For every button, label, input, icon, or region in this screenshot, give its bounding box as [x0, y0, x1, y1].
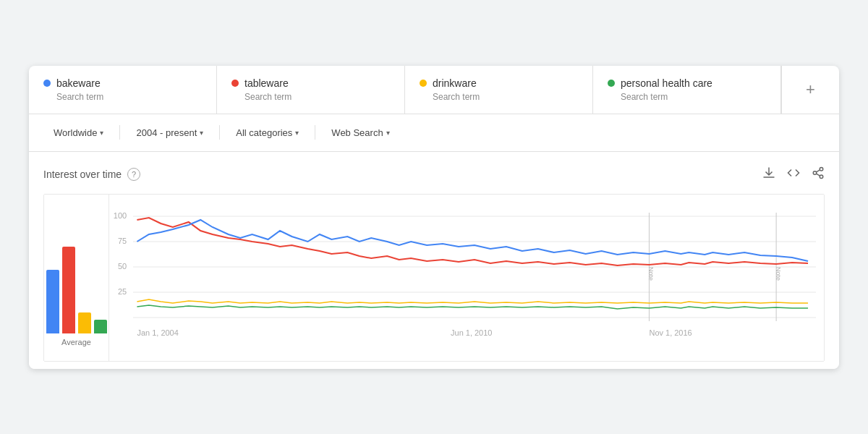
location-label: Worldwide — [54, 127, 97, 138]
search-type-chevron-icon: ▾ — [386, 129, 390, 137]
bakeware-label: bakeware — [56, 77, 101, 89]
note-label-2: Note — [775, 267, 783, 281]
help-icon[interactable]: ? — [127, 168, 140, 181]
search-type-label: Web Search — [331, 127, 383, 138]
bar-health — [94, 320, 107, 333]
tableware-dot — [231, 80, 239, 87]
main-container: bakeware Search term tableware Search te… — [29, 66, 839, 369]
y-label-100: 100 — [114, 211, 127, 219]
svg-line-3 — [816, 174, 820, 176]
bars-group — [46, 218, 107, 333]
svg-point-1 — [813, 171, 817, 174]
x-label-2016: Nov 1, 2016 — [649, 328, 692, 336]
bar-drinkware — [78, 312, 91, 333]
chart-content: Average 100 75 50 25 — [43, 194, 825, 362]
filter-divider-2 — [219, 125, 220, 140]
bar-tableware — [62, 247, 75, 333]
location-chevron-icon: ▾ — [100, 129, 103, 137]
note-label-1: Note — [647, 267, 656, 281]
search-terms-bar: bakeware Search term tableware Search te… — [29, 66, 839, 114]
drinkware-line — [137, 299, 808, 303]
bakeware-dot — [43, 80, 51, 87]
category-chevron-icon: ▾ — [295, 129, 299, 137]
chart-title: Interest over time — [43, 169, 122, 180]
health-sub: Search term — [621, 92, 766, 102]
average-bars: Average — [44, 195, 109, 361]
filter-divider-3 — [315, 125, 315, 140]
search-term-bakeware[interactable]: bakeware Search term — [29, 66, 217, 114]
date-range-label: 2004 - present — [136, 127, 197, 138]
date-range-filter[interactable]: 2004 - present ▾ — [129, 123, 210, 142]
bakeware-sub: Search term — [56, 92, 202, 102]
y-label-25: 25 — [118, 287, 127, 295]
line-chart-svg: 100 75 50 25 Note Note — [109, 195, 824, 361]
tableware-sub: Search term — [244, 92, 390, 102]
drinkware-sub: Search term — [433, 92, 578, 102]
x-label-2004: Jan 1, 2004 — [137, 328, 179, 336]
filter-divider-1 — [119, 125, 120, 140]
drinkware-label: drinkware — [433, 77, 477, 89]
y-label-75: 75 — [118, 237, 127, 244]
health-line — [137, 305, 808, 309]
drinkware-dot — [420, 80, 427, 87]
x-label-2010: Jun 1, 2010 — [451, 328, 493, 336]
health-dot — [608, 80, 615, 87]
svg-point-0 — [820, 167, 823, 171]
category-label: All categories — [236, 127, 292, 138]
bakeware-line — [137, 220, 808, 261]
chart-actions — [762, 166, 825, 182]
chart-title-group: Interest over time ? — [43, 168, 140, 181]
filters-bar: Worldwide ▾ 2004 - present ▾ All categor… — [29, 114, 839, 152]
bar-bakeware — [46, 270, 59, 333]
embed-button[interactable] — [787, 166, 800, 182]
svg-point-2 — [820, 175, 823, 179]
search-term-drinkware[interactable]: drinkware Search term — [405, 66, 593, 114]
download-button[interactable] — [762, 166, 775, 182]
location-filter[interactable]: Worldwide ▾ — [46, 123, 111, 142]
line-chart-wrapper: 100 75 50 25 Note Note — [109, 195, 824, 361]
tableware-label: tableware — [244, 77, 289, 89]
add-term-button[interactable]: + — [781, 66, 839, 114]
share-button[interactable] — [812, 166, 825, 182]
category-filter[interactable]: All categories ▾ — [229, 123, 306, 142]
search-type-filter[interactable]: Web Search ▾ — [324, 123, 396, 142]
date-chevron-icon: ▾ — [200, 129, 203, 137]
chart-header: Interest over time ? — [43, 166, 825, 182]
avg-label: Average — [61, 338, 91, 346]
search-term-tableware[interactable]: tableware Search term — [217, 66, 405, 114]
health-label: personal health care — [621, 77, 712, 89]
chart-area: Interest over time ? — [29, 152, 839, 369]
y-label-50: 50 — [118, 262, 127, 270]
search-term-personal-health-care[interactable]: personal health care Search term — [593, 66, 781, 114]
svg-line-4 — [816, 169, 820, 171]
